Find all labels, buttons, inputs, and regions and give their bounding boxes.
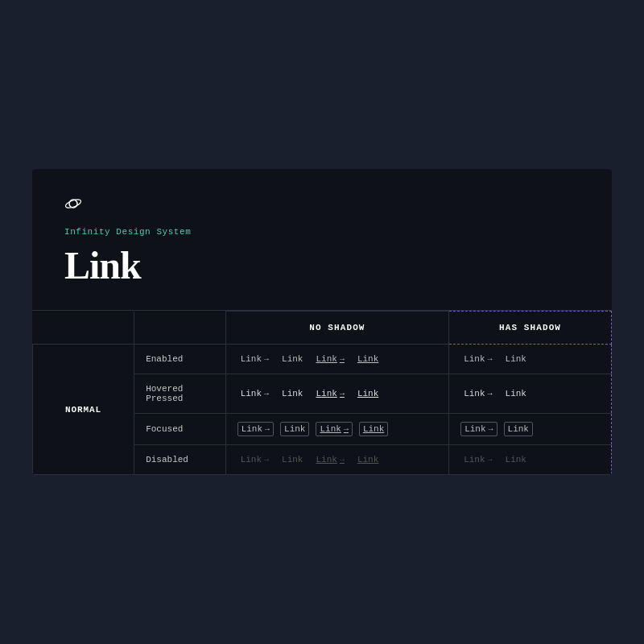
hovered-state-label: HoveredPressed bbox=[134, 374, 226, 414]
shadow-link-enabled[interactable]: Link bbox=[502, 353, 530, 365]
link-disabled: Link bbox=[279, 453, 306, 466]
enabled-has-shadow-links: Link → Link bbox=[449, 345, 612, 374]
empty-header bbox=[33, 312, 134, 345]
logo-icon bbox=[64, 195, 580, 217]
no-shadow-header: NO SHADOW bbox=[225, 312, 449, 345]
link-focused-arrow[interactable]: Link → bbox=[237, 422, 274, 436]
link-hovered[interactable]: Link bbox=[279, 387, 306, 400]
disabled-state-label: Disabled bbox=[134, 445, 226, 475]
shadow-link-disabled-arrow: Link → bbox=[460, 453, 495, 466]
hovered-has-shadow-links: Link → Link bbox=[449, 374, 612, 414]
focused-state-label: Focused bbox=[134, 414, 226, 445]
enabled-no-shadow-links: Link → Link Link → Link bbox=[225, 345, 449, 374]
empty-header-2 bbox=[134, 312, 226, 345]
link-hovered-underline-arrow[interactable]: Link → bbox=[312, 387, 347, 400]
link-enabled-underline[interactable]: Link bbox=[354, 353, 382, 365]
disabled-has-shadow-links: Link → Link bbox=[449, 445, 612, 475]
link-focused[interactable]: Link bbox=[280, 422, 309, 436]
link-hovered-underline[interactable]: Link bbox=[354, 387, 382, 400]
link-disabled-arrow: Link → bbox=[237, 453, 272, 466]
link-disabled-underline-arrow: Link → bbox=[312, 453, 347, 466]
link-enabled[interactable]: Link bbox=[279, 353, 306, 365]
hovered-no-shadow-links: Link → Link Link → Link bbox=[225, 374, 449, 414]
shadow-link-focused-arrow[interactable]: Link → bbox=[460, 422, 497, 436]
shadow-link-hovered-arrow[interactable]: Link → bbox=[460, 387, 495, 400]
normal-label: NORMAL bbox=[33, 345, 134, 475]
has-shadow-header: HAS SHADOW bbox=[449, 312, 612, 345]
shadow-link-enabled-arrow[interactable]: Link → bbox=[460, 353, 495, 365]
table-row: NORMAL Enabled Link → Link Link → Link bbox=[33, 345, 612, 374]
subtitle: Infinity Design System bbox=[64, 227, 580, 237]
focused-no-shadow-links: Link → Link Link → Link bbox=[225, 414, 449, 445]
table-wrapper: NO SHADOW HAS SHADOW NORMAL Enabled Link… bbox=[32, 311, 612, 475]
link-hovered-arrow[interactable]: Link → bbox=[237, 387, 272, 400]
link-enabled-underline-arrow[interactable]: Link → bbox=[312, 353, 347, 365]
link-enabled-arrow[interactable]: Link → bbox=[237, 353, 272, 365]
card: Infinity Design System Link NO SHADOW HA… bbox=[32, 169, 612, 475]
link-focused-underline-arrow[interactable]: Link → bbox=[316, 422, 352, 436]
link-disabled-underline: Link bbox=[354, 453, 382, 466]
shadow-link-disabled: Link bbox=[502, 453, 530, 466]
header: Infinity Design System Link bbox=[32, 169, 612, 311]
states-table: NO SHADOW HAS SHADOW NORMAL Enabled Link… bbox=[32, 311, 612, 475]
link-focused-underline[interactable]: Link bbox=[359, 422, 388, 436]
shadow-link-focused[interactable]: Link bbox=[504, 422, 533, 436]
focused-has-shadow-links: Link → Link bbox=[449, 414, 612, 445]
disabled-no-shadow-links: Link → Link Link → Link bbox=[225, 445, 449, 475]
enabled-state-label: Enabled bbox=[134, 345, 226, 374]
page-title: Link bbox=[64, 243, 580, 287]
shadow-link-hovered[interactable]: Link bbox=[502, 387, 530, 400]
